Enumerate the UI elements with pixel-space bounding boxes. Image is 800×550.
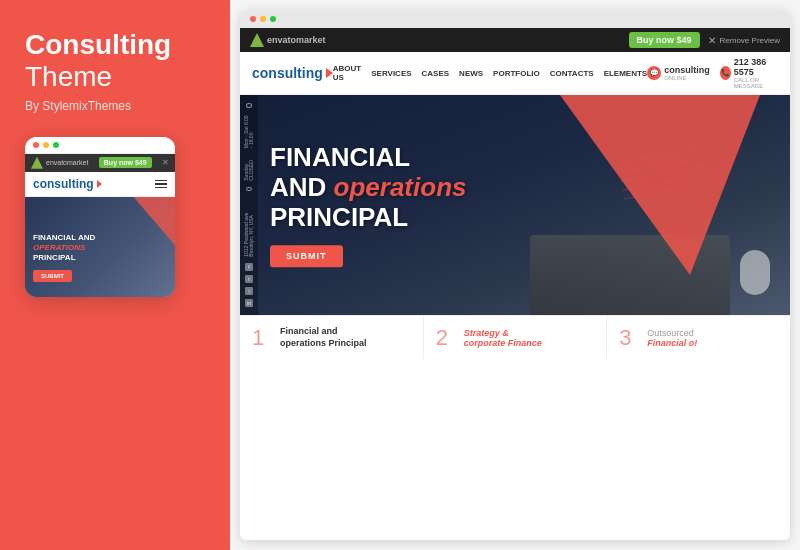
chat-icon: 💬: [647, 66, 661, 80]
feature-text-3: Outsourced Financial o!: [647, 328, 697, 348]
hero-title-line3: PRINCIPAL: [270, 202, 408, 232]
mobile-hero: FINANCIAL AND operations PRINCIPAL SUBMI…: [25, 197, 175, 297]
nav-about[interactable]: ABOUT US: [333, 64, 361, 82]
hero-section: Mon - Sat 8.00 - 18.00 Sunday CLOSED 101…: [240, 95, 790, 315]
left-panel: Consulting Theme By StylemixThemes envat…: [0, 0, 230, 550]
mobile-hero-triangle: [125, 197, 175, 257]
feature-title-2a: Strategy &: [464, 328, 542, 338]
phone-details: 212 386 5575 CALL OR MESSAGE: [734, 57, 778, 89]
feature-title-2b: corporate Finance: [464, 338, 542, 348]
feature-title-1a: Financial and: [280, 326, 367, 338]
hero-title-italic: operations: [334, 172, 467, 202]
envato-icon-small: [31, 157, 43, 169]
nav-contact: 💬 consulting ONLINE 📞 212 386 5575 CALL …: [647, 57, 778, 89]
nav-services[interactable]: SERVICES: [371, 69, 411, 78]
browser-dots: [250, 16, 276, 22]
remove-preview-button[interactable]: ✕ Remove Preview: [708, 35, 780, 46]
hero-title-line2a: AND: [270, 172, 334, 202]
side-hours-text: Mon - Sat 8.00 - 18.00: [244, 114, 254, 148]
browser-dot-green: [270, 16, 276, 22]
mobile-buy-button[interactable]: Buy now $49: [99, 157, 152, 168]
phone-label: CALL OR MESSAGE: [734, 77, 778, 89]
mobile-envato-text: envatomarket: [46, 159, 88, 166]
browser-top-bar: [240, 10, 790, 28]
nav-contacts[interactable]: CONTACTS: [550, 69, 594, 78]
linkedin-icon[interactable]: in: [245, 299, 253, 307]
author-credit: By StylemixThemes: [25, 99, 205, 113]
hero-submit-button[interactable]: SUBMIT: [270, 245, 343, 267]
buy-now-button[interactable]: Buy now $49: [629, 32, 700, 48]
nav-portfolio[interactable]: PORTFOLIO: [493, 69, 540, 78]
envato-top-bar: envatomarket Buy now $49 ✕ Remove Previe…: [240, 28, 790, 52]
mobile-envato-logo: envatomarket: [31, 157, 88, 169]
app-title: Consulting Theme: [25, 30, 205, 99]
envato-logo: envatomarket: [250, 33, 326, 47]
online-details: consulting ONLINE: [664, 65, 710, 81]
right-panel: envatomarket Buy now $49 ✕ Remove Previe…: [230, 0, 800, 550]
feature-text-1: Financial and operations Principal: [280, 326, 367, 349]
feature-number-1: 1: [252, 327, 272, 349]
mobile-dots: [33, 142, 59, 148]
envato-market-text: envatomarket: [267, 35, 326, 45]
mobile-mockup: envatomarket Buy now $49 ✕ consulting FI…: [25, 137, 175, 297]
nav-elements[interactable]: ELEMENTS: [604, 69, 648, 78]
feature-item-2: 2 Strategy & corporate Finance: [424, 316, 608, 359]
feature-item-3: 3 Outsourced Financial o!: [607, 316, 790, 359]
nav-cases[interactable]: CASES: [422, 69, 450, 78]
hamburger-line-2: [155, 183, 167, 185]
mobile-logo-text: consulting: [33, 177, 94, 191]
title-theme: Theme: [25, 61, 205, 93]
browser-dot-red: [250, 16, 256, 22]
bottom-features: 1 Financial and operations Principal 2 S…: [240, 315, 790, 359]
hero-line-3: [621, 165, 710, 182]
title-consulting: Consulting: [25, 30, 205, 61]
consulting-online: 💬 consulting ONLINE: [647, 65, 710, 81]
envato-icon: [250, 33, 264, 47]
mobile-hamburger-menu[interactable]: [155, 180, 167, 189]
phone-icon: 📞: [720, 66, 731, 80]
hamburger-line-3: [155, 187, 167, 189]
site-logo-text: consulting: [252, 65, 323, 81]
mobile-nav: consulting: [25, 172, 175, 197]
twitter-icon[interactable]: t: [245, 275, 253, 283]
online-label: consulting: [664, 65, 710, 75]
hero-content: FINANCIAL AND operations PRINCIPAL SUBMI…: [270, 143, 466, 267]
side-sunday-text: Sunday CLOSED: [244, 154, 254, 181]
feature-title-3b: Financial o!: [647, 338, 697, 348]
dot-yellow: [43, 142, 49, 148]
site-navigation: consulting ABOUT US SERVICES CASES NEWS …: [240, 52, 790, 95]
nav-phone: 📞 212 386 5575 CALL OR MESSAGE: [720, 57, 778, 89]
nav-news[interactable]: NEWS: [459, 69, 483, 78]
browser-dot-yellow: [260, 16, 266, 22]
feature-number-2: 2: [436, 327, 456, 349]
side-address-text: 1012 Pealwood ave Brooklyn, NY, USA: [244, 197, 254, 257]
online-sub: ONLINE: [664, 75, 710, 81]
side-social-icons: f t i in: [245, 263, 253, 307]
hamburger-line-1: [155, 180, 167, 182]
browser-mockup: envatomarket Buy now $49 ✕ Remove Previe…: [240, 10, 790, 540]
phone-number: 212 386 5575: [734, 57, 778, 77]
facebook-icon[interactable]: f: [245, 263, 253, 271]
side-circle-top: [246, 103, 252, 108]
mobile-envato-bar: envatomarket Buy now $49 ✕: [25, 154, 175, 172]
mobile-hero-title: FINANCIAL AND operations PRINCIPAL: [33, 233, 95, 264]
feature-title-1b: operations Principal: [280, 338, 367, 350]
feature-title-3a: Outsourced: [647, 328, 697, 338]
close-icon: ✕: [708, 35, 716, 46]
feature-number-3: 3: [619, 327, 639, 349]
mobile-hero-text: FINANCIAL AND operations PRINCIPAL SUBMI…: [33, 233, 95, 282]
hero-side-info: Mon - Sat 8.00 - 18.00 Sunday CLOSED 101…: [240, 95, 258, 315]
feature-text-2: Strategy & corporate Finance: [464, 328, 542, 348]
hero-title: FINANCIAL AND operations PRINCIPAL: [270, 143, 466, 233]
dot-red: [33, 142, 39, 148]
site-logo: consulting: [252, 65, 333, 81]
mobile-site-logo: consulting: [33, 177, 102, 191]
mobile-close-icon[interactable]: ✕: [162, 158, 169, 167]
site-logo-arrow: [326, 68, 333, 78]
dot-green: [53, 142, 59, 148]
mobile-submit-button[interactable]: SUBMIT: [33, 270, 72, 282]
feature-item-1: 1 Financial and operations Principal: [240, 316, 424, 359]
instagram-icon[interactable]: i: [245, 287, 253, 295]
mobile-top-bar: [25, 137, 175, 154]
mobile-logo-arrow: [97, 180, 102, 188]
